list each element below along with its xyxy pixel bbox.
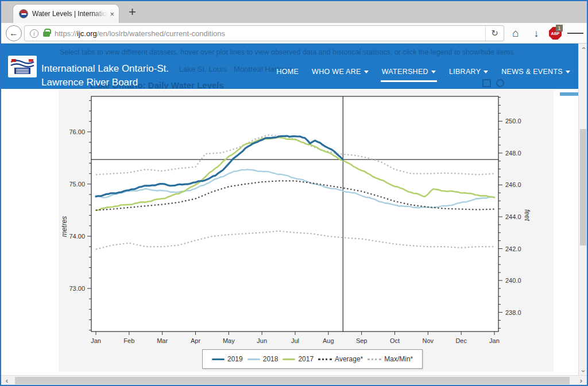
feet-tick-label: 250.0	[505, 118, 521, 124]
month-label: Jun	[257, 337, 267, 344]
board-title-line1: International Lake Ontario-St.	[41, 62, 169, 76]
back-button[interactable]: ←	[6, 25, 22, 41]
month-label: Apr	[191, 337, 200, 344]
metres-tick-label: 73.00	[69, 285, 85, 292]
nav-library-label: LIBRARY	[449, 68, 481, 76]
scroll-right-icon[interactable]: ›	[577, 376, 586, 385]
browser-window: Water Levels | International L × + ← i h…	[0, 0, 588, 386]
y-axis-title-feet: feet	[523, 209, 531, 221]
tab-close-icon[interactable]: ×	[110, 10, 114, 18]
scroll-up-icon[interactable]: ›	[579, 44, 587, 52]
legend-swatch	[247, 358, 260, 360]
nav-who-we-are-label: WHO WE ARE	[312, 68, 361, 76]
legend-label: 2018	[263, 355, 278, 363]
legend-swatch	[283, 358, 295, 360]
water-levels-chart: 73.0074.0075.0076.00metres238.0240.0242.…	[59, 90, 554, 372]
month-label: Sep	[356, 337, 368, 344]
page-info-icon[interactable]: i	[30, 29, 38, 38]
month-label: Jan	[489, 337, 500, 344]
chevron-down-icon	[364, 71, 369, 73]
metres-tick-label: 75.00	[69, 181, 85, 188]
nav-news-events-label: NEWS & EVENTS	[501, 68, 563, 76]
chart-legend: 201920182017Average*Max/Min*	[202, 349, 423, 369]
legend-item-2018[interactable]: 2018	[247, 355, 278, 363]
url-domain: ijc.org	[77, 29, 97, 38]
month-label: Dec	[455, 337, 467, 344]
menu-button[interactable]	[567, 26, 583, 41]
chevron-down-icon	[483, 71, 488, 73]
month-label: Aug	[323, 337, 334, 344]
url-bar[interactable]: i https://ijc.org/en/loslrb/watershed/cu…	[24, 25, 504, 41]
adblock-badge: 1	[556, 25, 563, 32]
url-scheme: https://	[55, 29, 77, 38]
site-favicon-icon	[19, 9, 28, 18]
metres-tick-label: 74.00	[69, 233, 85, 240]
legend-label: 2017	[298, 355, 314, 363]
scroll-left-icon[interactable]: ‹	[2, 376, 11, 385]
tab-strip: Water Levels | International L × +	[1, 1, 587, 23]
legend-item-2017[interactable]: 2017	[283, 355, 314, 363]
feet-tick-label: 246.0	[505, 181, 521, 188]
reload-button[interactable]: ↻	[485, 26, 504, 41]
month-label: Feb	[123, 337, 134, 344]
legend-label: Average*	[335, 355, 363, 363]
ghost-tab-lake-st-louis: Lake St. Louis	[179, 65, 226, 73]
url-path: /en/loslrb/watershed/current-conditions	[97, 29, 225, 38]
ghost-refresh-icon	[496, 79, 504, 87]
ijc-logo[interactable]	[8, 56, 37, 77]
url-text[interactable]: https://ijc.org/en/loslrb/watershed/curr…	[55, 29, 485, 38]
main-nav: HOME WHO WE ARE WATERSHED LIBRARY NEWS &…	[276, 68, 570, 76]
month-label: Jan	[91, 337, 101, 344]
metres-tick-label: 76.00	[69, 128, 85, 135]
chevron-down-icon	[566, 71, 570, 73]
nav-watershed-label: WATERSHED	[382, 68, 428, 76]
board-title-line2: Lawrence River Board	[41, 76, 169, 89]
browser-tab[interactable]: Water Levels | International L ×	[13, 4, 119, 23]
tab-title: Water Levels | International L	[32, 10, 107, 18]
ssl-lock-icon[interactable]	[43, 32, 50, 37]
month-label: Oct	[390, 337, 400, 344]
legend-label: 2019	[227, 355, 243, 363]
month-label: Jul	[291, 337, 299, 344]
nav-watershed[interactable]: WATERSHED	[382, 68, 436, 76]
legend-item-maxmin[interactable]: Max/Min*	[368, 355, 413, 363]
month-label: May	[223, 337, 235, 344]
legend-swatch	[318, 358, 332, 360]
month-label: Nov	[423, 337, 434, 344]
legend-swatch	[368, 358, 381, 360]
nav-who-we-are[interactable]: WHO WE ARE	[312, 68, 369, 76]
chevron-down-icon	[431, 71, 436, 73]
feet-tick-label: 244.0	[505, 213, 521, 220]
vertical-scrollbar[interactable]: › ›	[578, 44, 587, 375]
site-header: Select tabs to view different datasets, …	[1, 44, 578, 89]
horizontal-scrollbar-thumb[interactable]	[15, 377, 570, 384]
legend-item-2019[interactable]: 2019	[212, 355, 243, 363]
ijc-logo-image	[10, 57, 35, 76]
month-label: Mar	[157, 337, 168, 344]
vertical-scrollbar-thumb[interactable]	[580, 129, 586, 245]
nav-news-events[interactable]: NEWS & EVENTS	[501, 68, 570, 76]
ghost-export-icon	[482, 79, 491, 87]
nav-home[interactable]: HOME	[276, 68, 299, 76]
home-button[interactable]: ⌂	[508, 26, 524, 41]
legend-item-average[interactable]: Average*	[318, 355, 363, 363]
plot-area	[91, 96, 498, 332]
downloads-button[interactable]: ↓	[528, 26, 544, 41]
scroll-down-icon[interactable]: ›	[579, 366, 587, 375]
feet-tick-label: 238.0	[505, 309, 521, 316]
y-axis-title-metres: metres	[60, 216, 68, 237]
browser-toolbar: ← i https://ijc.org/en/loslrb/watershed/…	[1, 23, 587, 44]
legend-swatch	[212, 358, 225, 360]
feet-tick-label: 240.0	[505, 277, 521, 284]
feet-tick-label: 248.0	[505, 150, 521, 157]
clipped-ui-fragment	[560, 92, 579, 96]
legend-label: Max/Min*	[384, 355, 413, 363]
ghost-instruction-text: Select tabs to view different datasets, …	[60, 48, 516, 56]
board-title: International Lake Ontario-St. Lawrence …	[41, 62, 169, 89]
nav-library[interactable]: LIBRARY	[449, 68, 488, 76]
new-tab-button[interactable]: +	[129, 6, 136, 18]
page-viewport: Select tabs to view different datasets, …	[1, 44, 587, 385]
feet-tick-label: 242.0	[505, 245, 521, 252]
chart-plot[interactable]: 73.0074.0075.0076.00metres238.0240.0242.…	[59, 90, 554, 348]
horizontal-scrollbar[interactable]: ‹ ›	[1, 375, 587, 385]
